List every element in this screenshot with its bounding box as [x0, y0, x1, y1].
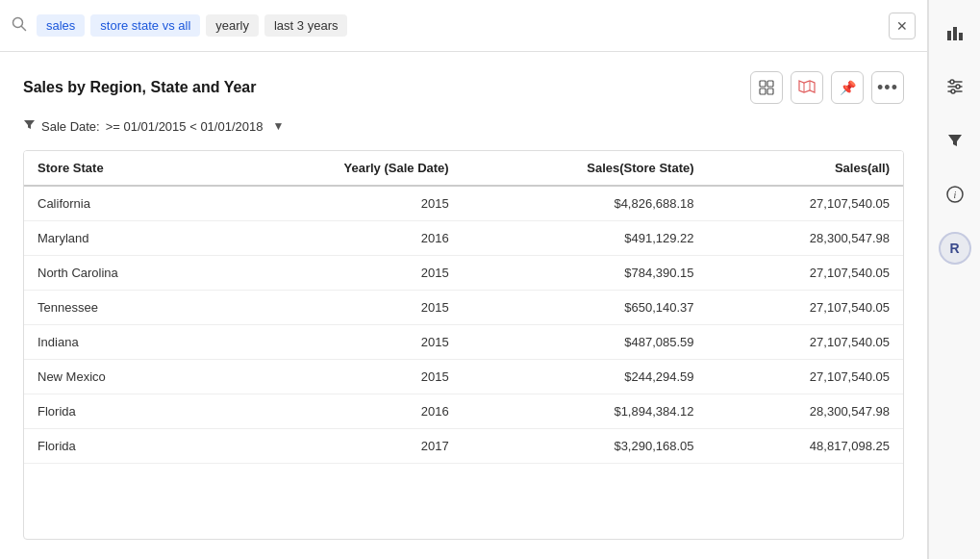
cell-yearly: 2015: [221, 291, 463, 325]
sidebar-info-button[interactable]: i: [938, 177, 972, 212]
r-badge-icon: R: [939, 232, 971, 265]
filter-bar: Sale Date: >= 01/01/2015 < 01/01/2018 ▼: [23, 117, 904, 135]
tag-store-state-vs-all[interactable]: store state vs all: [90, 14, 200, 37]
svg-text:i: i: [953, 190, 956, 200]
main-content: sales store state vs all yearly last 3 y…: [0, 0, 928, 559]
cell-sales-store: $784,390.15: [463, 256, 708, 291]
svg-rect-10: [959, 33, 963, 40]
map-view-button[interactable]: [791, 71, 823, 104]
svg-rect-5: [767, 89, 773, 94]
close-icon: ✕: [896, 18, 908, 34]
cell-sales-all: 27,107,540.05: [708, 256, 903, 291]
cell-sales-store: $3,290,168.05: [463, 429, 708, 464]
cell-sales-all: 28,300,547.98: [708, 394, 903, 429]
filter-value: >= 01/01/2015 < 01/01/2018: [106, 119, 264, 134]
svg-point-15: [956, 85, 960, 89]
cell-store-state: California: [24, 186, 221, 221]
data-table: Store State Yearly (Sale Date) Sales(Sto…: [24, 151, 903, 464]
more-icon: •••: [877, 78, 898, 98]
cell-yearly: 2015: [221, 186, 463, 221]
filter-dropdown-button[interactable]: ▼: [268, 117, 288, 135]
filter-sidebar-icon: [945, 131, 965, 150]
svg-rect-2: [760, 81, 766, 87]
panel-actions: 📌 •••: [750, 71, 904, 104]
sidebar-filter-button[interactable]: [938, 123, 972, 158]
panel-header: Sales by Region, State and Year: [23, 71, 904, 104]
table-row: California 2015 $4,826,688.18 27,107,540…: [24, 186, 903, 221]
cell-yearly: 2015: [221, 325, 463, 360]
sidebar-r-button[interactable]: R: [938, 231, 972, 266]
cell-sales-store: $650,140.37: [463, 291, 708, 325]
data-table-wrap[interactable]: Store State Yearly (Sale Date) Sales(Sto…: [23, 150, 904, 540]
filter-icon: [23, 118, 36, 134]
cell-store-state: New Mexico: [24, 360, 221, 394]
map-icon: [798, 80, 816, 96]
svg-point-14: [950, 80, 954, 84]
cell-store-state: North Carolina: [24, 256, 221, 291]
right-sidebar: i R: [928, 0, 980, 559]
svg-line-1: [22, 26, 26, 30]
cell-store-state: Indiana: [24, 325, 221, 360]
panel: Sales by Region, State and Year: [0, 52, 927, 559]
search-bar: sales store state vs all yearly last 3 y…: [0, 0, 927, 52]
svg-rect-3: [767, 81, 773, 87]
cell-sales-store: $244,294.59: [463, 360, 708, 394]
cell-yearly: 2015: [221, 360, 463, 394]
svg-rect-8: [947, 31, 951, 40]
cell-sales-store: $487,085.59: [463, 325, 708, 360]
table-row: Tennessee 2015 $650,140.37 27,107,540.05: [24, 291, 903, 325]
cell-store-state: Florida: [24, 429, 221, 464]
svg-rect-9: [953, 27, 957, 40]
tag-sales[interactable]: sales: [37, 14, 85, 37]
bar-chart-icon: [945, 23, 965, 42]
tag-yearly[interactable]: yearly: [206, 14, 259, 37]
col-sales-all: Sales(all): [708, 151, 903, 186]
table-row: Florida 2016 $1,894,384.12 28,300,547.98: [24, 394, 903, 429]
cell-sales-all: 27,107,540.05: [708, 360, 903, 394]
table-icon: [759, 80, 774, 95]
svg-point-16: [951, 89, 955, 93]
table-row: North Carolina 2015 $784,390.15 27,107,5…: [24, 256, 903, 291]
col-sales-store-state: Sales(Store State): [463, 151, 708, 186]
tag-last-3-years[interactable]: last 3 years: [264, 14, 347, 37]
more-options-button[interactable]: •••: [871, 71, 904, 104]
sliders-icon: [945, 77, 965, 96]
search-icon: [12, 16, 27, 36]
cell-sales-all: 27,107,540.05: [708, 325, 903, 360]
cell-sales-all: 48,817,098.25: [708, 429, 903, 464]
sidebar-sliders-button[interactable]: [938, 69, 972, 104]
info-icon: i: [945, 185, 965, 204]
sidebar-bar-chart-button[interactable]: [938, 15, 972, 50]
table-row: Indiana 2015 $487,085.59 27,107,540.05: [24, 325, 903, 360]
table-row: Maryland 2016 $491,129.22 28,300,547.98: [24, 221, 903, 256]
filter-label: Sale Date:: [41, 119, 100, 134]
panel-title: Sales by Region, State and Year: [23, 79, 256, 96]
cell-yearly: 2016: [221, 394, 463, 429]
col-store-state: Store State: [24, 151, 221, 186]
cell-yearly: 2016: [221, 221, 463, 256]
cell-sales-store: $1,894,384.12: [463, 394, 708, 429]
cell-sales-all: 27,107,540.05: [708, 186, 903, 221]
pin-button[interactable]: 📌: [831, 71, 864, 104]
cell-yearly: 2015: [221, 256, 463, 291]
cell-store-state: Florida: [24, 394, 221, 429]
cell-sales-all: 27,107,540.05: [708, 291, 903, 325]
cell-store-state: Tennessee: [24, 291, 221, 325]
cell-sales-store: $4,826,688.18: [463, 186, 708, 221]
search-close-button[interactable]: ✕: [889, 13, 916, 39]
table-row: Florida 2017 $3,290,168.05 48,817,098.25: [24, 429, 903, 464]
table-view-button[interactable]: [750, 71, 783, 104]
table-row: New Mexico 2015 $244,294.59 27,107,540.0…: [24, 360, 903, 394]
cell-sales-all: 28,300,547.98: [708, 221, 903, 256]
cell-yearly: 2017: [221, 429, 463, 464]
cell-sales-store: $491,129.22: [463, 221, 708, 256]
table-header-row: Store State Yearly (Sale Date) Sales(Sto…: [24, 151, 903, 186]
pin-icon: 📌: [840, 80, 856, 95]
svg-rect-4: [760, 89, 766, 94]
col-yearly-sale-date: Yearly (Sale Date): [221, 151, 463, 186]
cell-store-state: Maryland: [24, 221, 221, 256]
